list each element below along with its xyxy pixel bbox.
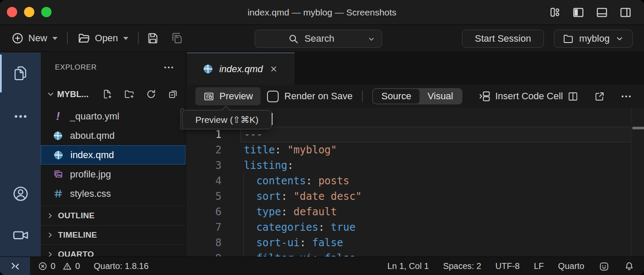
tree-item-profile-jpg[interactable]: profile.jpg <box>41 165 185 184</box>
sidebar-item-camera[interactable] <box>0 226 41 244</box>
quarto-globe-icon <box>202 63 214 75</box>
tab-strip: index.qmd <box>186 52 644 85</box>
file-name: index.qmd <box>70 150 114 161</box>
section-quarto[interactable]: QUARTO <box>41 244 185 257</box>
tree-item-index-qmd[interactable]: index.qmd <box>41 145 185 165</box>
encoding-indicator[interactable]: UTF-8 <box>495 261 520 271</box>
quarto-globe-icon <box>52 130 64 141</box>
layout-controls <box>549 0 632 24</box>
section-label: OUTLINE <box>58 211 95 220</box>
toggle-panel-icon[interactable] <box>595 6 608 19</box>
explorer-header: EXPLORER <box>41 52 185 82</box>
eol-indicator[interactable]: LF <box>534 261 544 271</box>
chevron-down-icon <box>615 34 624 43</box>
insert-code-cell-button[interactable]: Insert Code Cell <box>478 90 563 103</box>
feedback-smiley-icon[interactable] <box>598 261 610 272</box>
activity-bar <box>0 52 41 257</box>
new-button-label: New <box>28 33 47 44</box>
open-button[interactable]: Open <box>74 29 132 48</box>
insert-code-cell-icon <box>478 90 491 103</box>
workspace-section-header[interactable]: MYBL... <box>41 83 185 105</box>
split-editor-icon[interactable] <box>565 89 580 104</box>
render-on-save-label: Render on Save <box>284 91 352 102</box>
start-session-button[interactable]: Start Session <box>462 30 544 48</box>
visual-mode-button[interactable]: Visual <box>419 89 462 104</box>
section-outline[interactable]: OUTLINE <box>41 206 185 225</box>
file-tree: ! _quarto.yml about.qmd index.qmd <box>41 107 185 203</box>
section-label: QUARTO <box>58 250 94 257</box>
files-icon <box>12 65 28 81</box>
section-timeline[interactable]: TIMELINE <box>41 225 185 244</box>
problems-indicator[interactable]: 0 0 <box>38 261 80 271</box>
open-button-label: Open <box>95 33 118 44</box>
close-tab-icon[interactable] <box>268 64 279 74</box>
indentation-indicator[interactable]: Spaces: 2 <box>443 261 481 271</box>
save-all-button[interactable] <box>169 30 185 46</box>
file-name: about.qmd <box>70 130 115 141</box>
quarto-version-indicator[interactable]: Quarto: 1.8.16 <box>94 261 149 271</box>
search-icon <box>288 33 299 45</box>
sidebar-item-explorer[interactable] <box>0 65 41 81</box>
tree-item-quarto-yml[interactable]: ! _quarto.yml <box>41 107 185 126</box>
quarto-globe-icon <box>53 150 64 161</box>
tab-index-qmd[interactable]: index.qmd <box>187 52 295 85</box>
code-line: 7 categories: true <box>186 220 644 235</box>
project-button[interactable]: myblog <box>554 30 633 48</box>
overview-ruler-border <box>631 108 632 257</box>
tree-item-styles-css[interactable]: styles.css <box>41 184 185 203</box>
ellipsis-icon <box>13 109 28 124</box>
workspace-name: MYBL... <box>57 89 95 99</box>
file-name: profile.jpg <box>70 169 111 180</box>
remote-indicator[interactable] <box>0 257 30 275</box>
yaml-exclamation-icon: ! <box>52 111 64 122</box>
preview-button[interactable]: Preview <box>195 87 261 105</box>
customize-layout-icon[interactable] <box>549 6 561 18</box>
toolbar-divider <box>138 32 139 44</box>
cursor-position-indicator[interactable]: Ln 1, Col 1 <box>387 261 429 271</box>
folder-open-icon <box>77 32 91 45</box>
sidebar-item-account[interactable] <box>0 185 41 203</box>
title-bar: index.qmd — myblog — Screenshots <box>0 0 644 24</box>
plus-circle-icon <box>11 32 24 45</box>
top-toolbar: New Open Search <box>0 24 644 52</box>
sidebar-item-more[interactable] <box>0 109 41 124</box>
error-icon <box>38 261 48 271</box>
render-on-save-checkbox[interactable] <box>267 91 279 102</box>
tree-item-about-qmd[interactable]: about.qmd <box>41 126 185 145</box>
window-title: index.qmd — myblog — Screenshots <box>0 0 644 24</box>
explorer-sidebar: EXPLORER MYBL... <box>41 52 186 257</box>
code-editor[interactable]: 1 --- 2 title: "myblog" 3 listing: 4 con… <box>186 108 644 257</box>
search-input[interactable]: Search <box>255 30 382 48</box>
collapse-all-icon[interactable] <box>166 87 180 101</box>
new-button[interactable]: New <box>8 29 61 47</box>
chevron-right-icon <box>46 250 55 257</box>
warning-icon <box>62 261 72 271</box>
more-actions-icon[interactable] <box>619 89 634 104</box>
save-button[interactable] <box>145 30 161 46</box>
account-icon <box>12 185 30 203</box>
new-folder-icon[interactable] <box>122 87 137 101</box>
refresh-icon[interactable] <box>144 87 158 101</box>
chevron-down-icon <box>367 35 376 43</box>
language-mode-indicator[interactable]: Quarto <box>558 261 584 271</box>
status-bar: 0 0 Quarto: 1.8.16 Ln 1, Col 1 Spaces: 2… <box>0 257 644 275</box>
toggle-primary-sidebar-icon[interactable] <box>572 6 585 19</box>
new-file-icon[interactable] <box>100 87 115 101</box>
source-mode-button[interactable]: Source <box>373 89 419 104</box>
editor-toolbar-right <box>565 85 634 108</box>
explorer-more-actions-icon[interactable] <box>163 62 174 73</box>
app-window: index.qmd — myblog — Screenshots New <box>0 0 644 275</box>
notifications-bell-icon[interactable] <box>624 261 635 272</box>
open-in-new-window-icon[interactable] <box>592 89 607 104</box>
chevron-right-icon <box>46 211 55 220</box>
code-line: 3 listing: <box>186 158 644 173</box>
editor-toolbar-divider <box>362 91 363 102</box>
css-hash-icon <box>52 188 64 199</box>
toggle-secondary-sidebar-icon[interactable] <box>619 6 632 19</box>
code-line: 8 sort-ui: false <box>186 235 644 251</box>
start-session-label: Start Session <box>475 33 531 44</box>
folder-icon <box>562 33 574 45</box>
toolbar-divider <box>67 32 68 44</box>
code-line: 9 filter-ui: false <box>186 251 644 257</box>
code-line: 4 contents: posts <box>186 173 644 189</box>
